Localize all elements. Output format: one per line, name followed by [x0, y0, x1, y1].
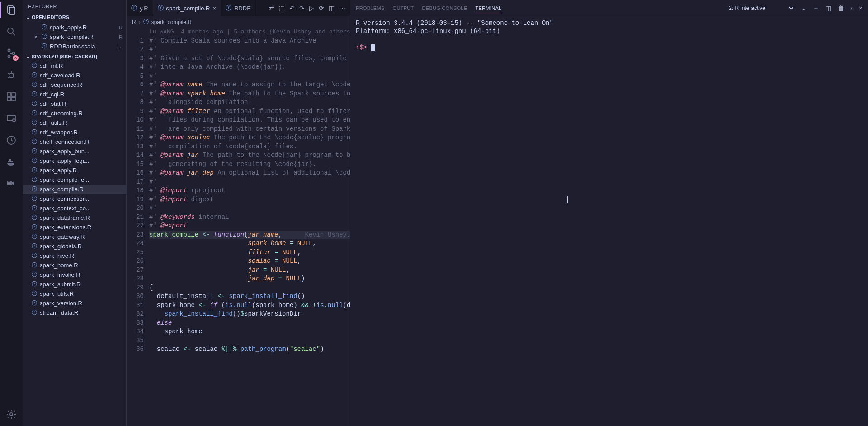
settings-icon[interactable]	[5, 408, 18, 421]
r-icon: ⓡ	[32, 157, 37, 165]
file-item[interactable]: ⓡspark_apply_lega...	[23, 156, 126, 166]
svg-point-4	[8, 49, 10, 52]
file-item[interactable]: ⓡsdf_saveload.R	[23, 71, 126, 80]
file-item[interactable]: ⓡspark_home.R	[23, 260, 126, 270]
file-item[interactable]: ⓡsdf_sequence.R	[23, 80, 126, 90]
close-icon[interactable]: ×	[33, 33, 39, 40]
file-item[interactable]: ⓡsdf_streaming.R	[23, 109, 126, 118]
file-item[interactable]: ⓡspark_version.R	[23, 298, 126, 308]
trash-icon[interactable]: 🗑	[838, 5, 844, 12]
file-item[interactable]: ⓡsdf_wrapper.R	[23, 128, 126, 137]
r-icon: ⓡ	[32, 81, 37, 89]
r-icon: ⓡ	[32, 90, 37, 98]
svg-rect-1	[9, 7, 15, 14]
file-item[interactable]: ⓡspark_submit.R	[23, 279, 126, 289]
svg-line-10	[13, 73, 14, 74]
debug-icon[interactable]	[5, 69, 18, 81]
panel-tabs: PROBLEMSOUTPUTDEBUG CONSOLETERMINAL 2: R…	[350, 0, 868, 16]
svg-line-11	[8, 77, 9, 78]
svg-line-9	[8, 73, 9, 74]
remote-icon[interactable]	[5, 112, 18, 125]
file-item[interactable]: ⓡspark_apply_bun...	[23, 147, 126, 156]
svg-point-18	[13, 119, 15, 122]
refresh-icon[interactable]: ⟳	[319, 5, 324, 12]
file-item[interactable]: ⓡspark_compile_e...	[23, 175, 126, 185]
file-item[interactable]: ⓡspark_utils.R	[23, 289, 126, 298]
close-icon[interactable]: ×	[212, 5, 216, 12]
svg-line-3	[13, 33, 15, 35]
next-change-icon[interactable]: ↷	[299, 5, 305, 12]
r-icon: ⓡ	[32, 138, 37, 146]
panel-tab[interactable]: DEBUG CONSOLE	[422, 5, 467, 11]
open-editor-item[interactable]: ⓡRDDBarrier.scalaj...	[23, 42, 126, 51]
r-icon: ⓡ	[42, 33, 47, 41]
file-item[interactable]: ⓡspark_compile.R	[23, 185, 126, 194]
explorer-icon[interactable]	[5, 4, 18, 16]
terminal-selector[interactable]: 2: R Interactive	[727, 5, 795, 12]
chevron-down-icon[interactable]: ⌄	[801, 5, 807, 12]
more-icon[interactable]: ⋯	[339, 5, 345, 12]
run-icon[interactable]: ▷	[309, 5, 314, 12]
docker-icon[interactable]	[5, 156, 18, 168]
svg-rect-16	[12, 93, 15, 96]
chevron-left-icon[interactable]: ‹	[850, 5, 853, 12]
r-icon: ⓡ	[32, 185, 37, 193]
editor-tab[interactable]: ⓡRDDE	[221, 0, 256, 16]
svg-point-6	[13, 52, 15, 55]
panel-tab[interactable]: OUTPUT	[393, 5, 414, 11]
breadcrumb[interactable]: R › ⓡ spark_compile.R	[127, 16, 350, 28]
open-editors-list: ⓡspark_apply.RR×ⓡspark_compile.RRⓡRDDBar…	[23, 22, 126, 52]
split-icon[interactable]: ◫	[329, 5, 335, 12]
file-item[interactable]: ⓡstream_data.R	[23, 308, 126, 317]
code-editor[interactable]: 1234567891011121314151617181920212223242…	[127, 28, 350, 426]
file-item[interactable]: ⓡsdf_sql.R	[23, 90, 126, 99]
new-terminal-icon[interactable]: ＋	[813, 4, 819, 12]
file-item[interactable]: ⓡshell_connection.R	[23, 137, 126, 147]
open-editors-header[interactable]: ⌄OPEN EDITORS	[23, 13, 126, 22]
r-icon: ⓡ	[32, 62, 37, 70]
file-item[interactable]: ⓡspark_extensions.R	[23, 222, 126, 232]
svg-point-2	[8, 28, 13, 33]
timeline-icon[interactable]	[5, 134, 18, 147]
file-item[interactable]: ⓡspark_dataframe.R	[23, 213, 126, 222]
file-item[interactable]: ⓡspark_hive.R	[23, 251, 126, 260]
editor-tab[interactable]: ⓡspark_compile.R×	[153, 0, 221, 16]
file-item[interactable]: ⓡspark_connection...	[23, 194, 126, 204]
open-editor-item[interactable]: ×ⓡspark_compile.RR	[23, 32, 126, 42]
split-terminal-icon[interactable]: ◫	[826, 5, 831, 12]
panel-tab[interactable]: TERMINAL	[475, 5, 501, 13]
panel: PROBLEMSOUTPUTDEBUG CONSOLETERMINAL 2: R…	[350, 0, 868, 426]
prev-change-icon[interactable]: ↶	[289, 5, 295, 12]
extensions-icon[interactable]	[5, 90, 18, 103]
svg-rect-13	[7, 93, 11, 96]
file-item[interactable]: ⓡspark_context_co...	[23, 204, 126, 213]
file-item[interactable]: ⓡspark_gateway.R	[23, 232, 126, 241]
panel-tab[interactable]: PROBLEMS	[356, 5, 385, 11]
r-icon: ⓡ	[158, 4, 164, 12]
editor-tab[interactable]: ⓡy.R	[127, 0, 153, 16]
sidebar: EXPLORER ⌄OPEN EDITORS ⓡspark_apply.RR×ⓡ…	[23, 0, 127, 426]
compare-icon[interactable]: ⇄	[269, 5, 274, 12]
editor-actions: ⇄ ⬚ ↶ ↷ ▷ ⟳ ◫ ⋯	[264, 5, 350, 12]
r-icon: ⓡ	[32, 214, 37, 222]
workspace-header[interactable]: ⌄SPARKLYR [SSH: CAESAR]	[23, 52, 126, 61]
terminal-cursor-indicator	[567, 196, 568, 203]
sidebar-title: EXPLORER	[23, 0, 126, 13]
search-icon[interactable]	[5, 25, 18, 38]
file-item[interactable]: ⓡspark_globals.R	[23, 241, 126, 251]
terminal-body[interactable]: R version 3.4.4 (2018-03-15) -- "Someone…	[350, 16, 868, 426]
close-panel-icon[interactable]: ×	[859, 5, 863, 12]
file-item[interactable]: ⓡspark_invoke.R	[23, 270, 126, 279]
source-control-icon[interactable]: 3	[5, 47, 18, 60]
r-icon: ⓡ	[32, 71, 37, 79]
file-item[interactable]: ⓡsdf_ml.R	[23, 61, 126, 71]
open-editor-item[interactable]: ⓡspark_apply.RR	[23, 23, 126, 32]
file-item[interactable]: ⓡsdf_utils.R	[23, 118, 126, 128]
file-item[interactable]: ⓡsdf_stat.R	[23, 99, 126, 109]
bookmark-icon[interactable]	[5, 177, 18, 190]
code-content[interactable]: Lu WANG, 4 months ago | 5 authors (Kevin…	[149, 28, 350, 426]
open-changes-icon[interactable]: ⬚	[279, 5, 285, 12]
svg-rect-21	[9, 161, 11, 162]
r-icon: ⓡ	[32, 109, 37, 117]
file-item[interactable]: ⓡspark_apply.R	[23, 166, 126, 175]
